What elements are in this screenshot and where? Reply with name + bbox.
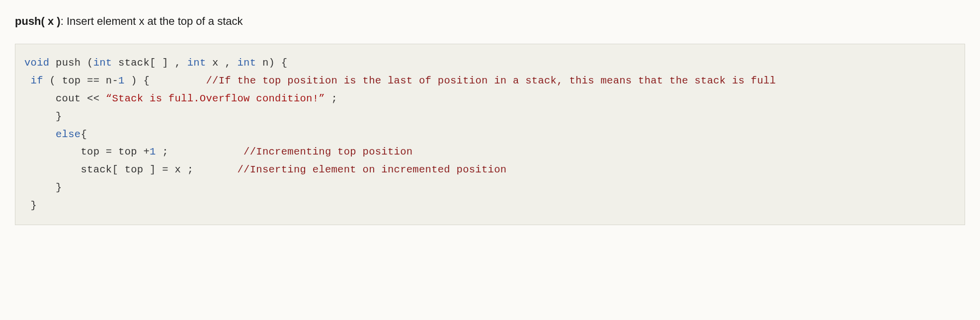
desc-text: : Insert element x at the top of a stack xyxy=(61,15,243,27)
code-token: { xyxy=(81,129,87,140)
code-token: top = top + xyxy=(24,146,150,158)
code-token: int xyxy=(93,57,112,69)
code-token: int xyxy=(238,57,256,69)
code-block: void push (int stack[ ] , int x , int n)… xyxy=(15,44,965,225)
code-token: ( top == n- xyxy=(43,75,118,86)
code-token: cout << xyxy=(24,93,106,104)
code-token: if xyxy=(24,75,43,86)
code-string: “Stack is full.Overflow condition!” xyxy=(106,93,325,104)
description-line: push( x ): Insert element x at the top o… xyxy=(15,15,965,28)
code-token: } xyxy=(24,182,62,193)
code-comment: //If the top position is the last of pos… xyxy=(206,75,776,86)
code-token: stack[ top ] = x ; xyxy=(24,164,237,175)
code-token: void xyxy=(24,57,49,69)
code-token: 1 xyxy=(118,75,125,86)
code-token: ; xyxy=(156,146,244,158)
code-token: push ( xyxy=(49,57,93,69)
code-token: ) { xyxy=(125,75,206,86)
code-token: } xyxy=(24,111,62,122)
code-token: } xyxy=(24,200,37,211)
desc-heading: push( x ) xyxy=(15,15,61,27)
code-comment: //Inserting element on incremented posit… xyxy=(237,164,519,175)
code-token: int xyxy=(187,57,206,69)
code-token: n) { xyxy=(256,57,287,69)
code-token: stack[ ] , xyxy=(112,57,187,69)
code-comment: //Incrementing top position xyxy=(244,146,419,158)
code-token: x , xyxy=(206,57,238,69)
code-token: ; xyxy=(325,93,337,104)
code-token: 1 xyxy=(150,146,156,158)
code-token: else xyxy=(24,129,81,140)
